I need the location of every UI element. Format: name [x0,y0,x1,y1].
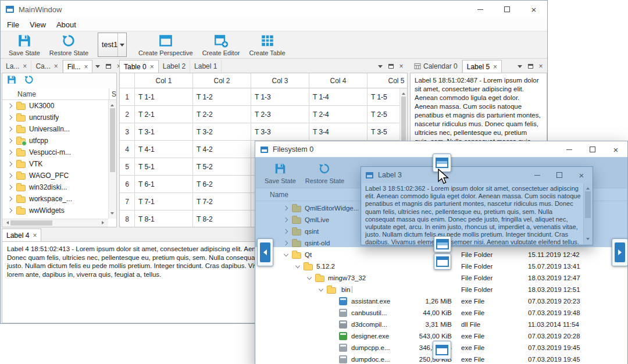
close-button[interactable]: × [520,1,547,18]
fs-tree-row[interactable]: assistant.exe1,26 MiBexe File07.03.2019 … [256,295,627,307]
column-header[interactable]: Col 2 [193,73,251,88]
menu-file[interactable]: File [2,19,24,30]
expand-chevron-icon[interactable] [305,273,314,283]
tree-item[interactable]: utfcpp [2,135,108,147]
scroll-right-icon[interactable] [102,221,106,224]
column-header[interactable]: Col 5 [367,73,407,88]
row-number[interactable]: 8 [120,210,135,227]
dock-float-button[interactable] [386,61,396,72]
minimize-button[interactable] [467,1,494,18]
tab-close-icon[interactable]: × [23,63,27,70]
expand-chevron-icon[interactable] [6,136,15,145]
tree-item[interactable]: Vespucci-m... [2,147,108,158]
menu-view[interactable]: View [24,19,51,30]
dock-close-button[interactable]: × [536,61,546,72]
fs-tree-row[interactable]: d3dcompil...3,31 MiBdll File11.03.2014 1… [256,319,627,330]
scrollbar-thumb[interactable] [110,108,115,172]
row-number[interactable]: 6 [120,176,135,193]
tab-close-icon[interactable]: × [493,63,497,70]
menu-about[interactable]: About [51,19,81,30]
fs-tree-row[interactable]: canbusutil...44,00 KiBexe File07.03.2019… [256,307,627,319]
tree-vertical-scrollbar[interactable] [108,100,116,219]
expand-chevron-icon[interactable] [6,183,15,192]
expand-chevron-icon[interactable] [6,171,15,180]
perspective-combo[interactable]: test1 [98,33,127,57]
table-cell[interactable]: T 6-1 [135,176,193,193]
row-number[interactable]: 7 [120,193,135,210]
dock-float-button[interactable] [103,61,113,72]
tab-close-icon[interactable]: × [54,63,58,70]
row-number[interactable]: 2 [120,106,135,123]
dock-menu-button[interactable] [92,61,103,72]
table-cell[interactable]: T 1-4 [309,88,367,106]
tree-header[interactable]: Name Si [2,88,116,100]
drop-indicator-right[interactable] [612,238,628,266]
fs-tree-row[interactable]: binFile Folder18.03.2019 12:51 [256,284,627,295]
column-header[interactable]: Col 4 [309,73,367,88]
table-cell[interactable]: T 3-2 [193,123,251,141]
tab-label4[interactable]: Label 4 × [2,229,41,241]
tree-item[interactable]: UK3000 [2,100,108,112]
table-cell[interactable]: T 8-2 [193,210,251,227]
table-cell[interactable]: T 2-4 [309,106,367,123]
dock-float-button[interactable] [525,61,536,72]
table-cell[interactable]: T 3-1 [135,123,193,141]
table-cell[interactable]: T 5-2 [193,158,251,176]
expand-chevron-icon[interactable] [6,113,15,122]
dock-menu-button[interactable] [515,61,525,72]
scroll-left-icon[interactable] [5,221,9,224]
dock-menu-button[interactable] [375,61,386,72]
table-cell[interactable]: T 2-3 [251,106,309,123]
table-cell[interactable]: T 1-2 [193,88,251,106]
table-cell[interactable]: T 3-4 [309,123,367,141]
scroll-down-icon[interactable] [110,212,114,216]
maximize-button[interactable] [581,141,604,158]
table-cell[interactable]: T 6-2 [193,176,251,193]
row-number[interactable]: 5 [120,158,135,176]
create-editor-button[interactable]: Create Editor [198,32,245,58]
minimize-button[interactable] [558,141,581,158]
tree-item[interactable]: uncrustify [2,112,108,123]
table-cell[interactable]: T 8-1 [135,210,193,227]
table-cell[interactable]: T 1-3 [251,88,309,106]
tab-filesystem1[interactable]: Fil... × [63,60,93,73]
tab-close-icon[interactable]: × [150,63,154,70]
restore-state-button[interactable]: Restore State [45,32,93,58]
table-cell[interactable]: T 3-3 [251,123,309,141]
expand-chevron-icon[interactable] [281,250,291,259]
scroll-up-icon[interactable] [402,91,405,95]
close-button[interactable]: × [604,141,627,158]
maximize-button[interactable] [494,1,520,18]
drop-indicator-bottom[interactable] [433,341,451,359]
row-number[interactable]: 1 [120,88,135,106]
create-perspective-button[interactable]: Create Perspective [134,32,198,58]
column-header[interactable]: Col 1 [135,73,193,88]
tab-label0[interactable]: La... × [2,60,31,73]
table-cell[interactable]: T 5-1 [135,158,193,176]
drop-indicator-center[interactable] [434,254,451,270]
drop-indicator-left[interactable] [257,238,273,266]
tree-item[interactable]: workspace_... [2,193,108,205]
tree-item[interactable]: UniversalIn... [2,123,108,135]
expand-chevron-icon[interactable] [6,124,15,134]
tree-item[interactable]: WAGO_PFC [2,170,108,181]
row-number[interactable]: 3 [120,123,135,141]
tab-label2[interactable]: Label 2 [159,60,190,73]
expand-chevron-icon[interactable] [316,285,326,294]
drop-indicator-center-top[interactable] [434,236,451,252]
tab-table0[interactable]: Table 0 × [119,60,159,73]
expand-chevron-icon[interactable] [6,159,15,169]
table-cell[interactable]: T 7-1 [135,193,193,210]
table-cell[interactable]: T 2-2 [193,106,251,123]
name-column-header[interactable]: Name [2,90,36,98]
size-column-header[interactable]: Si [109,88,117,99]
tab-label1[interactable]: Label 1 [190,60,222,73]
chevron-down-icon[interactable] [117,33,126,56]
tab-close-icon[interactable]: × [33,232,37,239]
table-cell[interactable]: T 7-2 [193,193,251,210]
main-titlebar[interactable]: MainWindow × [1,1,547,18]
expand-chevron-icon[interactable] [6,206,15,215]
row-number[interactable]: 4 [120,141,135,158]
expand-chevron-icon[interactable] [6,101,15,110]
tab-calendar0[interactable]: Calendar 0 [410,60,462,73]
